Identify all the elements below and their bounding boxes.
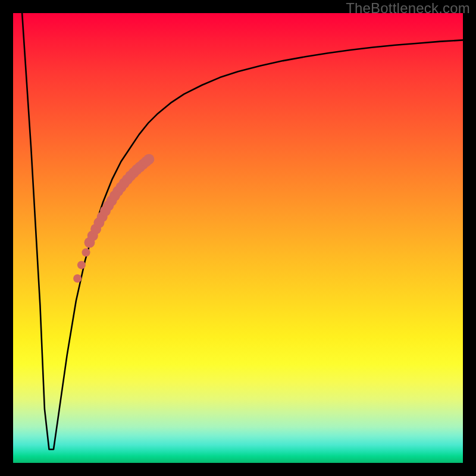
curve-overlay-svg: [13, 13, 463, 463]
highlight-dots: [73, 154, 154, 283]
watermark-text: TheBottleneck.com: [346, 0, 470, 17]
svg-point-22: [73, 274, 82, 283]
bottleneck-curve: [22, 13, 463, 449]
plot-area: [13, 13, 463, 463]
svg-point-21: [77, 261, 86, 269]
chart-frame: TheBottleneck.com: [0, 0, 476, 476]
svg-point-20: [82, 248, 90, 256]
svg-point-19: [143, 154, 154, 165]
